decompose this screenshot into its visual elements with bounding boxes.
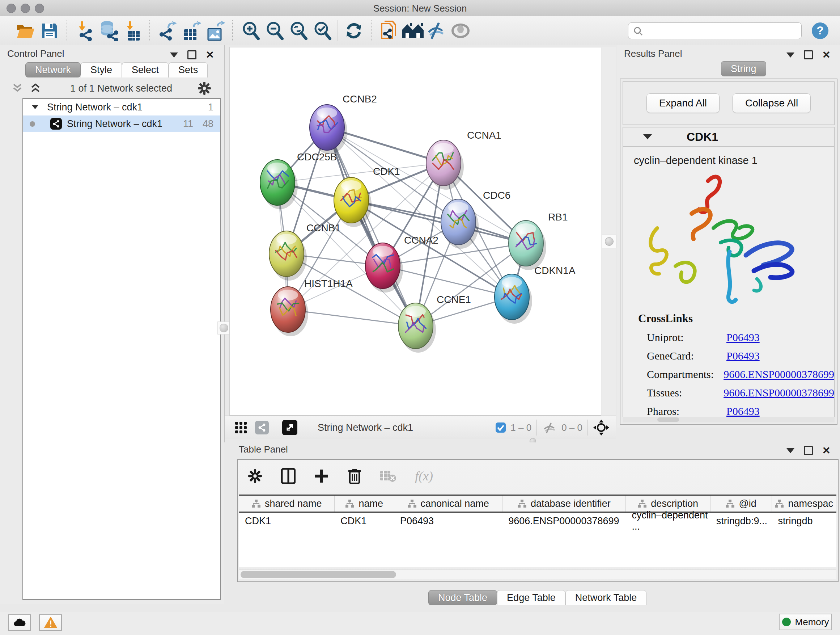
float-panel-icon[interactable] (170, 52, 178, 57)
left-splitter-handle[interactable] (218, 321, 230, 334)
collapse-entry-icon[interactable] (643, 134, 652, 139)
help-button[interactable]: ? (811, 22, 829, 40)
network-overview-icon[interactable] (255, 421, 269, 434)
results-scrollbar[interactable] (622, 417, 835, 423)
database-import-icon (98, 21, 119, 41)
hide-unselected-button[interactable] (425, 19, 448, 43)
collection-expand-icon[interactable] (32, 105, 38, 109)
export-network-button[interactable] (156, 19, 180, 43)
graph-node-ccnb1[interactable]: CCNB1 (269, 222, 341, 280)
collapse-all-button[interactable]: Collapse All (733, 93, 811, 113)
export-table-button[interactable] (180, 19, 203, 43)
collapse-all-icon[interactable] (12, 83, 27, 94)
search-input[interactable] (628, 22, 802, 39)
graph-node-cdkn1a[interactable]: CDKN1A (494, 265, 576, 324)
table-column-header[interactable]: description (626, 496, 710, 511)
graph-node-ccna1[interactable]: CCNA1 (426, 130, 501, 190)
table-column-header[interactable]: database identifier (502, 496, 626, 511)
crosslink-value-link[interactable]: P06493 (726, 405, 760, 417)
graph-node-ccne1[interactable]: CCNE1 (398, 294, 471, 353)
selected-checkbox-icon[interactable] (495, 422, 506, 433)
show-all-button[interactable] (448, 19, 472, 43)
crosslink-value-link[interactable]: 9606.ENSP00000378699 (723, 386, 834, 399)
network-view-title: String Network – cdk1 (317, 422, 413, 433)
title-bar: Session: New Session (0, 0, 840, 16)
network-view-canvas[interactable]: CCNB2CCNA1CDC25BCDK1CDC6RB1CCNB1CCNA2CDK… (229, 47, 601, 416)
tab-network[interactable]: Network (25, 62, 81, 78)
save-session-button[interactable] (38, 19, 62, 43)
tab-string[interactable]: String (721, 61, 766, 76)
maximize-panel-icon[interactable] (804, 50, 813, 59)
table-column-header[interactable]: name (335, 496, 394, 511)
maximize-panel-icon[interactable] (804, 446, 813, 455)
tab-network-table[interactable]: Network Table (565, 590, 647, 605)
table-column-header[interactable]: @id (711, 496, 772, 511)
import-table-button[interactable] (120, 19, 144, 43)
zoom-selected-button[interactable] (310, 19, 334, 43)
graph-node-ccna2[interactable]: CCNA2 (365, 234, 439, 293)
table-column-header[interactable]: canonical name (394, 496, 502, 511)
cloud-status-button[interactable] (8, 614, 31, 631)
warning-status-button[interactable] (39, 614, 62, 631)
show-columns-icon[interactable] (281, 468, 295, 484)
export-image-icon (206, 21, 225, 41)
tab-select[interactable]: Select (122, 62, 169, 78)
network-right-splitter[interactable] (602, 47, 616, 416)
open-session-button[interactable] (14, 19, 38, 43)
graph-node-rb1[interactable]: RB1 (508, 211, 568, 270)
expand-all-icon[interactable] (30, 83, 45, 94)
network-row[interactable]: String Network – cdk1 11 48 (23, 116, 220, 132)
close-panel-icon[interactable]: ✕ (206, 51, 214, 59)
open-in-window-icon[interactable] (282, 420, 297, 435)
network-collection-row[interactable]: String Network – cdk1 1 (23, 99, 220, 116)
crosslink-row: Compartments:9606.ENSP00000378699 (623, 368, 834, 380)
graph-node-ccnb2[interactable]: CCNB2 (309, 93, 377, 154)
grid-view-icon[interactable] (235, 421, 247, 434)
table-column-header[interactable]: shared name (239, 496, 335, 511)
home-view-button[interactable] (401, 19, 425, 43)
help-icon: ? (811, 22, 829, 40)
zoom-fit-button[interactable] (286, 19, 310, 43)
tab-style[interactable]: Style (81, 62, 122, 78)
network-list-toolbar: 1 of 1 Network selected (0, 80, 224, 97)
first-neighbors-button[interactable] (377, 19, 401, 43)
tab-edge-table[interactable]: Edge Table (497, 590, 565, 605)
graph-node-hist1h1a[interactable]: HIST1H1A (271, 278, 353, 336)
right-splitter-handle[interactable] (602, 234, 616, 249)
import-network-from-database-button[interactable] (96, 19, 120, 43)
memory-button[interactable]: Memory (779, 614, 832, 630)
maximize-panel-icon[interactable] (187, 50, 196, 59)
crosslink-value-link[interactable]: 9606.ENSP00000378699 (723, 368, 834, 380)
string-results-container: Expand All Collapse All CDK1 cyclin–depe… (620, 79, 837, 424)
table-column-header[interactable]: namespac (772, 496, 836, 511)
birdseye-crosshair-icon[interactable] (593, 419, 609, 436)
refresh-button[interactable] (342, 19, 366, 43)
table-row[interactable]: CDK1CDK1P064939606.ENSP00000378699cyclin… (239, 513, 836, 529)
crosslink-value-link[interactable]: P06493 (726, 331, 760, 344)
gene-entry-header[interactable]: CDK1 (623, 127, 834, 147)
tab-sets[interactable]: Sets (169, 62, 208, 78)
float-panel-icon[interactable] (786, 448, 794, 453)
control-panel: Control Panel ✕ NetworkStyleSelectSets 1… (0, 45, 225, 604)
zoom-in-button[interactable] (238, 19, 262, 43)
export-image-button[interactable] (203, 19, 227, 43)
graph-node-cdc6[interactable]: CDC6 (441, 190, 510, 249)
table-cell: P06493 (394, 513, 502, 529)
expand-all-button[interactable]: Expand All (646, 93, 720, 113)
export-network-icon (158, 21, 177, 41)
float-panel-icon[interactable] (786, 52, 794, 57)
add-column-icon[interactable] (314, 469, 329, 483)
table-horizontal-scrollbar[interactable] (239, 570, 836, 579)
graph-node-label: CCNA1 (467, 130, 501, 141)
close-panel-icon[interactable]: ✕ (822, 447, 831, 454)
network-options-gear-icon[interactable] (197, 81, 211, 95)
close-panel-icon[interactable]: ✕ (822, 51, 831, 59)
crosslink-value-link[interactable]: P06493 (726, 350, 760, 362)
import-network-file-button[interactable] (73, 19, 96, 43)
table-options-gear-icon[interactable] (248, 469, 262, 483)
delete-column-icon[interactable] (347, 468, 362, 484)
zoom-out-button[interactable] (262, 19, 286, 43)
network-graph[interactable]: CCNB2CCNA1CDC25BCDK1CDC6RB1CCNB1CCNA2CDK… (230, 48, 601, 415)
tab-node-table[interactable]: Node Table (428, 590, 497, 605)
toolbar-separator (149, 20, 150, 41)
